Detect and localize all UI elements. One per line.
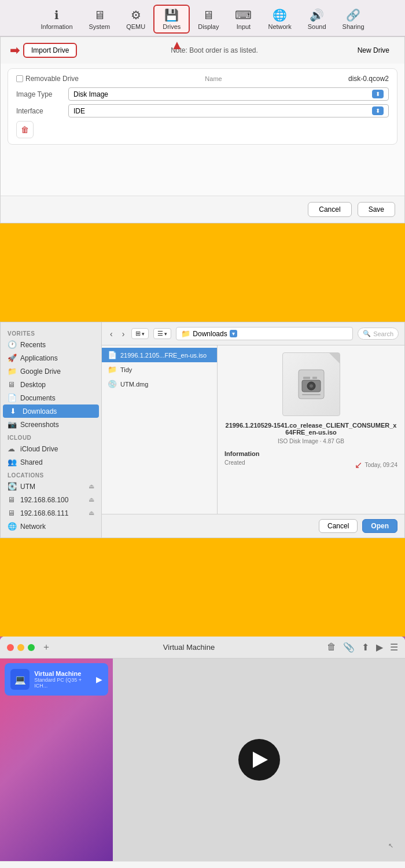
toolbar-item-input[interactable]: ⌨ Input	[227, 6, 260, 32]
play-icon[interactable]: ▶	[376, 642, 383, 653]
dialog-cancel-button[interactable]: Cancel	[319, 519, 358, 533]
toolbar-item-information[interactable]: ℹ Information	[32, 6, 80, 32]
created-row: Created ↙ Today, 09:24	[224, 459, 397, 470]
toolbar-item-drives[interactable]: 💾 Drives	[153, 5, 190, 34]
sidebar-item-desktop[interactable]: 🖥 Desktop	[1, 378, 101, 391]
list-view-icon: ☰	[157, 330, 163, 337]
file-dialog-footer: Cancel Open	[102, 514, 404, 538]
network-loc-icon: 🌐	[8, 522, 17, 531]
sidebar-item-utm[interactable]: 💽 UTM ⏏	[1, 480, 101, 493]
toolbar-item-system[interactable]: 🖥 System	[81, 6, 119, 32]
clip-icon[interactable]: 📎	[343, 642, 355, 653]
vm-big-play-button[interactable]	[238, 739, 280, 781]
close-button[interactable]	[7, 644, 14, 651]
traffic-lights	[7, 644, 35, 651]
sidebar-item-network[interactable]: 🌐 Network	[1, 520, 101, 533]
svg-rect-4	[303, 377, 310, 379]
import-drive-button[interactable]: Import Drive	[23, 43, 77, 58]
maximize-button[interactable]	[28, 644, 35, 651]
removable-checkbox[interactable]	[16, 75, 23, 82]
location-bar: 📁 Downloads ▾	[176, 327, 353, 340]
image-type-row: Image Type Disk Image ⬍	[16, 87, 389, 101]
file-content-area: 📄 21996.1.2105...FRE_en-us.iso 📁 Tidy 💿 …	[102, 345, 404, 514]
drives-panel-header: ➡ Import Drive Note: Boot order is as li…	[1, 37, 404, 64]
toolbar-item-qemu[interactable]: ⚙ QEMU	[118, 6, 153, 32]
system-icon: 🖥	[94, 9, 105, 22]
disk-image-preview-svg	[294, 364, 329, 404]
vm-list-item[interactable]: 💻 Virtual Machine Standard PC (Q35 + ICH…	[5, 663, 108, 696]
search-bar[interactable]: 🔍 Search	[358, 328, 399, 340]
sidebar-item-screenshots[interactable]: 📷 Screenshots	[1, 418, 101, 431]
vm-sidebar: 💻 Virtual Machine Standard PC (Q35 + ICH…	[0, 659, 113, 861]
file-list: 📄 21996.1.2105...FRE_en-us.iso 📁 Tidy 💿 …	[102, 345, 218, 514]
disk-name: disk-0.qcow2	[348, 75, 389, 83]
icon-view-toggle[interactable]: ⊞ ▾	[131, 328, 149, 339]
sidebar-item-google-drive[interactable]: 📁 Google Drive	[1, 365, 101, 378]
location-dropdown-arrow[interactable]: ▾	[230, 330, 237, 337]
sidebar-item-shared[interactable]: 👥 Shared	[1, 455, 101, 469]
interface-select[interactable]: IDE ⬍	[68, 104, 389, 117]
yellow-separator-1	[0, 223, 405, 322]
created-label: Created	[224, 459, 245, 470]
share-icon[interactable]: ⬆	[362, 642, 369, 653]
ip1-eject-icon: ⏏	[89, 496, 94, 503]
new-drive-button[interactable]: New Drive	[352, 44, 395, 57]
drives-tab-arrow: ▲	[171, 38, 183, 53]
svg-rect-5	[312, 377, 317, 379]
drives-content: ➡ Import Drive Note: Boot order is as li…	[0, 36, 405, 223]
image-type-select[interactable]: Disk Image ⬍	[68, 87, 389, 101]
back-button[interactable]: ‹	[108, 328, 115, 340]
minimize-button[interactable]	[17, 644, 24, 651]
cancel-button[interactable]: Cancel	[308, 202, 351, 217]
file-item-utm-dmg[interactable]: 💿 UTM.dmg	[102, 377, 217, 391]
tidy-folder-icon: 📁	[108, 365, 117, 374]
preview-filename: 21996.1.210529-1541.co_release_CLIENT_CO…	[224, 422, 397, 436]
menu-icon[interactable]: ☰	[390, 642, 398, 653]
sidebar-item-icloud-drive[interactable]: ☁ iCloud Drive	[1, 442, 101, 455]
vm-list-item-text: Virtual Machine Standard PC (Q35 + ICH..…	[34, 670, 91, 689]
svg-rect-6	[302, 394, 321, 395]
google-drive-icon: 📁	[8, 367, 17, 376]
documents-icon: 📄	[8, 393, 17, 402]
drives-icon: 💾	[164, 8, 179, 22]
vm-play-button[interactable]: ▶	[96, 675, 102, 684]
toolbar-item-sound[interactable]: 🔊 Sound	[300, 6, 334, 32]
applications-icon: 🚀	[8, 354, 17, 362]
sidebar-item-ip2[interactable]: 🖥 192.168.68.111 ⏏	[1, 506, 101, 520]
add-vm-icon[interactable]: ＋	[42, 641, 51, 653]
utm-dmg-icon: 💿	[108, 380, 117, 388]
sidebar-item-documents[interactable]: 📄 Documents	[1, 391, 101, 404]
vm-toolbar-right-actions: 🗑 📎 ⬆ ▶ ☰	[327, 642, 398, 653]
utm-drives-panel: ℹ Information 🖥 System ⚙ QEMU 💾 Drives 🖥…	[0, 0, 405, 223]
vm-layout: 💻 Virtual Machine Standard PC (Q35 + ICH…	[0, 659, 405, 861]
icloud-drive-icon: ☁	[8, 444, 17, 453]
sidebar-item-ip1[interactable]: 🖥 192.168.68.100 ⏏	[1, 493, 101, 506]
file-dialog-main: ‹ › ⊞ ▾ ☰ ▾ 📁 Downloads ▾ 🔍 Search	[102, 322, 404, 538]
file-preview-image	[282, 352, 340, 416]
delete-drive-button[interactable]: 🗑	[16, 121, 34, 138]
dialog-open-button[interactable]: Open	[362, 519, 397, 533]
sidebar-item-downloads[interactable]: ⬇ Downloads	[3, 404, 99, 418]
empty-space	[1, 149, 404, 196]
list-view-toggle[interactable]: ☰ ▾	[153, 328, 171, 339]
toolbar-item-display[interactable]: 🖥 Display	[190, 6, 227, 32]
file-item-iso[interactable]: 📄 21996.1.2105...FRE_en-us.iso	[102, 348, 217, 362]
recents-icon: 🕐	[8, 340, 17, 349]
sidebar-item-applications[interactable]: 🚀 Applications	[1, 351, 101, 365]
utm-drive-icon: 💽	[8, 482, 17, 491]
created-value: ↙ Today, 09:24	[355, 459, 397, 470]
vm-titlebar: ＋ Virtual Machine 🗑 📎 ⬆ ▶ ☰	[0, 637, 405, 659]
file-item-tidy[interactable]: 📁 Tidy	[102, 362, 217, 377]
downloads-icon: ⬇	[10, 407, 19, 415]
toolbar-item-sharing[interactable]: 🔗 Sharing	[334, 6, 373, 32]
forward-button[interactable]: ›	[120, 328, 127, 340]
toolbar-item-network[interactable]: 🌐 Network	[260, 6, 299, 32]
virtual-machine-section: ＋ Virtual Machine 🗑 📎 ⬆ ▶ ☰ 💻 Virtual Ma…	[0, 637, 405, 868]
icloud-label: iCloud	[1, 431, 101, 442]
sidebar-item-recents[interactable]: 🕐 Recents	[1, 338, 101, 351]
import-arrow: ➡	[10, 43, 20, 57]
folder-icon: 📁	[181, 329, 190, 338]
save-button[interactable]: Save	[358, 202, 395, 217]
drives-panel-footer: Cancel Save	[1, 196, 404, 223]
trash-icon[interactable]: 🗑	[327, 642, 336, 653]
